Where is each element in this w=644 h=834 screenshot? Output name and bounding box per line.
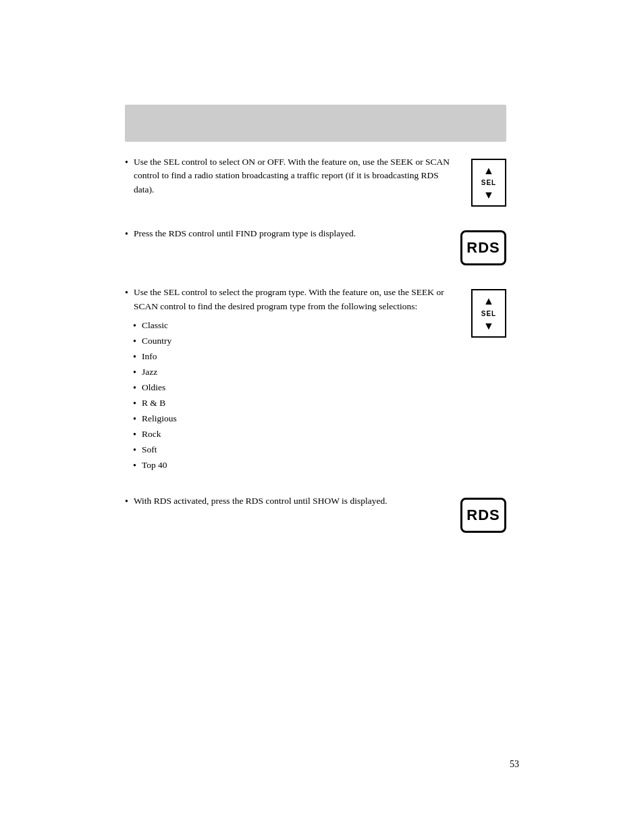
- item-soft: Soft: [142, 443, 157, 457]
- rds-find-content: Press the RDS control until FIND program…: [134, 227, 356, 240]
- item-info: Info: [142, 350, 157, 363]
- item-jazz: Jazz: [142, 365, 157, 379]
- page-container: • Use the SEL control to select ON or OF…: [0, 0, 644, 834]
- down-arrow-icon: ▼: [483, 188, 494, 201]
- list-item: • Jazz: [133, 365, 458, 380]
- bullet-dot: •: [133, 396, 136, 411]
- rds-show-text: • With RDS activated, press the RDS cont…: [125, 494, 460, 510]
- sel-program-intro: • Use the SEL control to select the prog…: [125, 286, 458, 313]
- sel-onoff-text: • Use the SEL control to select ON or OF…: [125, 155, 471, 198]
- sel-program-text-area: • Use the SEL control to select the prog…: [125, 286, 471, 474]
- bullet-dot: •: [133, 319, 136, 333]
- bullet-item: • With RDS activated, press the RDS cont…: [125, 494, 447, 509]
- bullet-dot: •: [133, 427, 136, 442]
- section-rds-find: • Press the RDS control until FIND progr…: [125, 227, 506, 265]
- item-rock: Rock: [142, 427, 161, 441]
- list-item: • Classic: [133, 319, 458, 333]
- item-classic: Classic: [142, 319, 168, 332]
- rds-label-2: RDS: [466, 506, 500, 524]
- list-item: • R & B: [133, 396, 458, 411]
- content-area: • Use the SEL control to select ON or OF…: [125, 155, 506, 553]
- sel-label-1: SEL: [481, 179, 496, 186]
- item-rb: R & B: [142, 396, 165, 410]
- sel-control-2[interactable]: ▲ SEL ▼: [471, 289, 506, 337]
- bullet-item: • Use the SEL control to select ON or OF…: [125, 155, 458, 197]
- bullet-dot: •: [133, 381, 136, 395]
- bullet-dot: •: [125, 286, 128, 300]
- program-type-list: • Classic • Country • Info • Jazz: [133, 319, 458, 473]
- list-item: • Info: [133, 350, 458, 364]
- bullet-dot: •: [125, 494, 128, 509]
- up-arrow-icon-2: ▲: [483, 294, 494, 307]
- list-item: • Oldies: [133, 381, 458, 395]
- bullet-dot: •: [125, 227, 128, 241]
- list-item: • Top 40: [133, 459, 458, 473]
- item-religious: Religious: [142, 412, 177, 425]
- list-item: • Religious: [133, 412, 458, 426]
- sel-program-intro-text: Use the SEL control to select the progra…: [134, 286, 458, 313]
- rds-find-text: • Press the RDS control until FIND progr…: [125, 227, 460, 242]
- bullet-dot: •: [133, 350, 136, 364]
- sel-control-1[interactable]: ▲ SEL ▼: [471, 159, 506, 207]
- header-bar: [125, 105, 506, 142]
- bullet-dot: •: [133, 412, 136, 426]
- sel-onoff-content: Use the SEL control to select ON or OFF.…: [134, 155, 458, 197]
- bullet-dot: •: [133, 334, 136, 348]
- page-number: 53: [510, 759, 519, 770]
- item-country: Country: [142, 334, 171, 348]
- sel-label-2: SEL: [481, 310, 496, 317]
- section-sel-program: • Use the SEL control to select the prog…: [125, 286, 506, 474]
- bullet-dot: •: [133, 365, 136, 380]
- section-rds-show: • With RDS activated, press the RDS cont…: [125, 494, 506, 533]
- rds-show-content: With RDS activated, press the RDS contro…: [134, 494, 387, 508]
- rds-label-1: RDS: [466, 239, 500, 257]
- rds-button-2[interactable]: RDS: [460, 498, 506, 533]
- section-sel-onoff: • Use the SEL control to select ON or OF…: [125, 155, 506, 207]
- bullet-dot: •: [133, 459, 136, 473]
- down-arrow-icon-2: ▼: [483, 319, 494, 332]
- list-item: • Country: [133, 334, 458, 348]
- bullet-dot: •: [133, 443, 136, 457]
- list-item: • Rock: [133, 427, 458, 442]
- list-item: • Soft: [133, 443, 458, 457]
- bullet-dot: •: [125, 155, 128, 170]
- bullet-item: • Press the RDS control until FIND progr…: [125, 227, 447, 241]
- item-top40: Top 40: [142, 459, 167, 472]
- up-arrow-icon: ▲: [483, 164, 494, 177]
- item-oldies: Oldies: [142, 381, 165, 394]
- rds-button-1[interactable]: RDS: [460, 230, 506, 265]
